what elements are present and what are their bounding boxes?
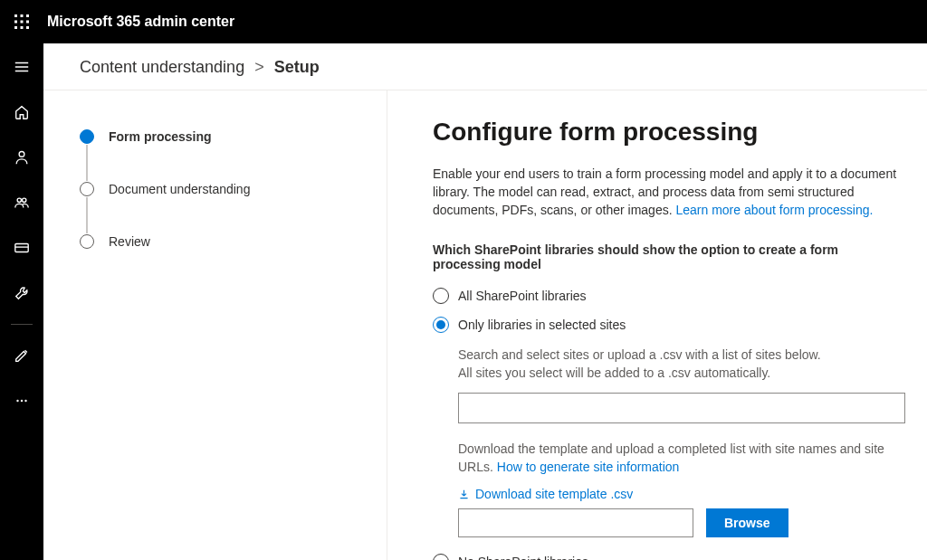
download-template-link[interactable]: Download site template .csv — [458, 487, 633, 501]
radio-no-libraries[interactable]: No SharePoint libraries — [433, 554, 900, 560]
radio-label: Only libraries in selected sites — [458, 318, 626, 332]
app-title: Microsoft 365 admin center — [47, 14, 234, 30]
nav-setup[interactable] — [0, 279, 43, 308]
step-indicator-icon — [80, 129, 94, 144]
app-launcher-button[interactable] — [0, 0, 43, 43]
home-icon — [14, 104, 30, 120]
radio-label: No SharePoint libraries — [458, 555, 588, 560]
panel-description: Enable your end users to train a form pr… — [433, 165, 900, 219]
svg-rect-12 — [15, 244, 28, 252]
download-icon — [458, 489, 470, 500]
step-review[interactable]: Review — [80, 233, 368, 250]
file-upload-row: Browse — [458, 508, 900, 537]
radio-label: All SharePoint libraries — [458, 289, 587, 303]
people-icon — [14, 195, 30, 211]
svg-rect-2 — [26, 14, 29, 17]
step-form-processing[interactable]: Form processing — [80, 128, 368, 145]
help-line-2: All sites you select will be added to a … — [458, 365, 770, 380]
hamburger-button[interactable] — [0, 52, 43, 81]
browse-button[interactable]: Browse — [706, 508, 788, 537]
step-label: Form processing — [109, 128, 212, 145]
nav-users[interactable] — [0, 143, 43, 172]
selected-sites-subsection: Search and select sites or upload a .csv… — [458, 346, 900, 537]
svg-rect-4 — [21, 21, 24, 24]
breadcrumb: Content understanding > Setup — [43, 43, 927, 90]
main-region: Content understanding > Setup Form proce… — [43, 43, 927, 560]
step-document-understanding[interactable]: Document understanding — [80, 181, 368, 197]
svg-rect-5 — [26, 21, 29, 24]
breadcrumb-current: Setup — [274, 58, 320, 76]
svg-rect-6 — [14, 26, 17, 29]
nav-divider — [11, 324, 33, 325]
site-search-input[interactable] — [458, 393, 905, 423]
radio-selected-sites[interactable]: Only libraries in selected sites — [433, 317, 900, 333]
svg-rect-8 — [26, 26, 29, 29]
nav-more[interactable] — [0, 386, 43, 415]
step-connector — [86, 197, 88, 233]
download-template-label: Download site template .csv — [475, 487, 633, 501]
nav-billing[interactable] — [0, 233, 43, 262]
step-indicator-icon — [80, 182, 94, 196]
learn-more-link[interactable]: Learn more about form processing. — [675, 203, 873, 217]
waffle-icon — [14, 14, 29, 29]
nav-home[interactable] — [0, 98, 43, 127]
breadcrumb-separator: > — [254, 58, 264, 76]
selected-help-text: Search and select sites or upload a .csv… — [458, 346, 900, 382]
nav-customize[interactable] — [0, 341, 43, 370]
nav-groups[interactable] — [0, 188, 43, 217]
config-panel: Configure form processing Enable your en… — [387, 90, 927, 560]
card-icon — [14, 240, 30, 256]
radio-icon — [433, 288, 449, 304]
svg-point-11 — [23, 198, 26, 202]
svg-rect-0 — [14, 14, 17, 17]
content-region: Form processing Document understanding R… — [43, 90, 927, 560]
svg-point-15 — [24, 400, 26, 402]
svg-rect-3 — [14, 21, 17, 24]
template-help-text: Download the template and upload a compl… — [458, 440, 900, 476]
left-nav-rail — [0, 43, 43, 560]
svg-point-14 — [21, 400, 23, 402]
radio-icon — [433, 317, 449, 333]
pencil-icon — [14, 347, 30, 364]
breadcrumb-parent[interactable]: Content understanding — [80, 58, 244, 76]
how-to-generate-link[interactable]: How to generate site information — [497, 460, 680, 474]
libraries-radio-group: All SharePoint libraries Only libraries … — [433, 288, 900, 560]
file-path-input[interactable] — [458, 508, 693, 537]
help-line-1: Search and select sites or upload a .csv… — [458, 347, 821, 362]
radio-all-libraries[interactable]: All SharePoint libraries — [433, 288, 900, 304]
svg-point-10 — [17, 198, 21, 202]
radio-icon — [433, 554, 449, 560]
svg-point-13 — [16, 400, 18, 402]
step-label: Review — [109, 233, 150, 250]
wizard-stepper: Form processing Document understanding R… — [43, 90, 387, 560]
wrench-icon — [14, 285, 30, 301]
step-indicator-icon — [80, 234, 94, 249]
svg-rect-1 — [21, 14, 24, 17]
more-icon — [14, 393, 30, 409]
step-connector — [86, 145, 88, 181]
hamburger-icon — [14, 59, 30, 75]
person-icon — [14, 149, 30, 166]
svg-rect-7 — [21, 26, 24, 29]
question-label: Which SharePoint libraries should show t… — [433, 242, 900, 271]
svg-point-9 — [19, 152, 24, 157]
step-label: Document understanding — [109, 181, 250, 197]
panel-heading: Configure form processing — [433, 118, 900, 147]
top-bar: Microsoft 365 admin center — [0, 0, 927, 43]
